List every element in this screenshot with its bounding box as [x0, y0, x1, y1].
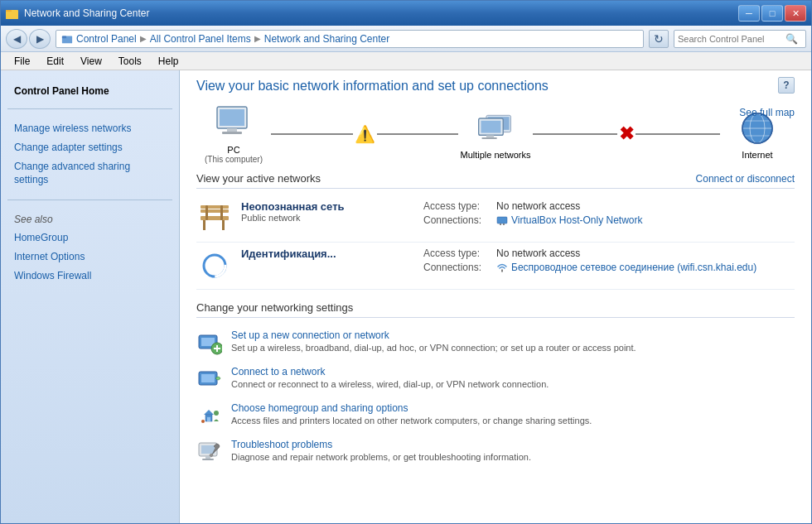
action-link-3[interactable]: Troubleshoot problems — [231, 439, 795, 450]
svg-rect-22 — [203, 220, 205, 230]
network-connections-row-0: Connections: VirtualBox Host-Only Networ… — [423, 214, 795, 226]
network-details-1: Access type: No network access Connectio… — [423, 248, 795, 276]
action-link-1[interactable]: Connect to a network — [231, 366, 795, 377]
sidebar-title: Control Panel Home — [11, 82, 169, 99]
wireless-icon-1 — [496, 262, 508, 273]
svg-rect-14 — [481, 137, 496, 139]
breadcrumb-sep-2: ▶ — [254, 34, 261, 43]
breadcrumb-bar: Control Panel ▶ All Control Panel Items … — [56, 30, 644, 48]
network-access-row-1: Access type: No network access — [423, 248, 795, 259]
main-window: Network and Sharing Center ─ □ ✕ ◀ ▶ Con… — [0, 0, 812, 524]
see-full-map-link[interactable]: See full map — [739, 107, 795, 118]
forward-button[interactable]: ▶ — [29, 29, 51, 49]
active-networks-label: View your active networks — [196, 172, 321, 185]
sidebar-link-windows-firewall[interactable]: Windows Firewall — [11, 267, 169, 286]
search-bar: 🔍 — [674, 30, 806, 48]
action-icon-0 — [196, 329, 223, 356]
nav-buttons: ◀ ▶ — [6, 29, 51, 49]
connect-or-disconnect-link[interactable]: Connect or disconnect — [696, 173, 795, 185]
action-item-0: Set up a new connection or network Set u… — [196, 324, 795, 361]
title-bar-buttons: ─ □ ✕ — [738, 5, 806, 22]
connection-link-0[interactable]: VirtualBox Host-Only Network — [511, 214, 643, 226]
connections-key-0: Connections: — [423, 214, 490, 226]
maximize-button[interactable]: □ — [761, 5, 783, 22]
network-map-items: PC (This computer) ⚠️ — [196, 103, 795, 164]
action-item-2: Choose homegroup and sharing options Acc… — [196, 397, 795, 434]
pc-icon — [214, 103, 254, 143]
change-settings-header: Change your networking settings — [196, 301, 795, 318]
svg-rect-25 — [201, 205, 229, 209]
network-type-0: Public network — [241, 213, 415, 223]
svg-rect-4 — [62, 36, 66, 38]
svg-rect-24 — [201, 209, 229, 213]
network-name-0: Неопознанная сеть — [241, 200, 415, 213]
network-entry-1: Идентификация... Access type: No network… — [196, 243, 795, 290]
refresh-button[interactable]: ↻ — [649, 30, 669, 48]
bench-icon — [197, 201, 232, 236]
action-desc-1: Connect or reconnect to a wireless, wire… — [231, 379, 795, 389]
search-icon[interactable]: 🔍 — [785, 33, 798, 45]
svg-rect-30 — [503, 224, 505, 225]
breadcrumb-sep-1: ▶ — [140, 34, 147, 43]
help-button[interactable]: ? — [778, 77, 795, 94]
breadcrumb-icon — [61, 33, 73, 45]
menu-file[interactable]: File — [7, 54, 36, 69]
x-icon: ✖ — [619, 123, 634, 145]
svg-rect-26 — [205, 205, 208, 220]
network-node-multiple: Multiple networks — [458, 108, 533, 160]
search-input[interactable] — [678, 34, 785, 44]
window-icon — [6, 7, 19, 20]
network-access-row-0: Access type: No network access — [423, 200, 795, 212]
connections-value-container-0: VirtualBox Host-Only Network — [496, 214, 643, 226]
sidebar-link-advanced-sharing[interactable]: Change advanced sharing settings — [11, 157, 169, 190]
connections-key-1: Connections: — [423, 262, 490, 273]
menu-view[interactable]: View — [74, 54, 109, 69]
active-networks-header: View your active networks Connect or dis… — [196, 172, 795, 189]
sidebar-link-homegroup[interactable]: HomeGroup — [11, 228, 169, 248]
action-item-1: Connect to a network Connect or reconnec… — [196, 361, 795, 397]
access-type-key-1: Access type: — [423, 248, 490, 259]
sidebar-section-main: Control Panel Home — [1, 79, 179, 102]
content-panel: ? View your basic network information an… — [180, 70, 811, 523]
sidebar-link-internet-options[interactable]: Internet Options — [11, 248, 169, 267]
sidebar-links-section: Manage wireless networks Change adapter … — [1, 116, 179, 193]
sidebar-link-adapter-settings[interactable]: Change adapter settings — [11, 138, 169, 157]
menu-tools[interactable]: Tools — [112, 54, 148, 69]
sidebar-link-manage-wireless[interactable]: Manage wireless networks — [11, 119, 169, 138]
svg-rect-46 — [201, 445, 215, 454]
menu-help[interactable]: Help — [152, 54, 186, 69]
breadcrumb-item-2[interactable]: All Control Panel Items — [150, 33, 251, 45]
multiple-networks-label: Multiple networks — [461, 150, 531, 160]
connection-link-1[interactable]: Беспроводное сетевое соединение (wifi.cs… — [511, 262, 756, 273]
minimize-button[interactable]: ─ — [738, 5, 760, 22]
title-bar: Network and Sharing Center ─ □ ✕ — [1, 1, 811, 26]
breadcrumb-item-3[interactable]: Network and Sharing Center — [264, 33, 389, 45]
connector-line-2 — [377, 133, 459, 135]
network-icon-identify — [196, 248, 233, 284]
page-title: View your basic network information and … — [196, 79, 795, 94]
address-bar: ◀ ▶ Control Panel ▶ All Control Panel It… — [1, 26, 811, 52]
pc-node-sublabel: (This computer) — [205, 155, 263, 164]
action-desc-2: Access files and printers located on oth… — [231, 416, 795, 425]
action-text-3: Troubleshoot problems Diagnose and repai… — [231, 439, 795, 462]
change-settings-label: Change your networking settings — [196, 301, 353, 314]
sidebar-see-also-section: See also HomeGroup Internet Options Wind… — [1, 207, 179, 288]
svg-rect-21 — [201, 216, 229, 220]
close-button[interactable]: ✕ — [785, 5, 806, 22]
svg-rect-27 — [220, 205, 223, 220]
homegroup-icon — [197, 403, 222, 428]
connector-2: ✖ — [533, 123, 720, 145]
adapter-icon-0 — [496, 214, 508, 226]
action-text-0: Set up a new connection or network Set u… — [231, 329, 795, 353]
menu-edit[interactable]: Edit — [40, 54, 70, 69]
connections-value-container-1: Беспроводное сетевое соединение (wifi.cs… — [496, 262, 756, 273]
network-name-1: Идентификация... — [241, 248, 415, 260]
back-button[interactable]: ◀ — [6, 29, 27, 49]
breadcrumb-item-1[interactable]: Control Panel — [76, 33, 137, 45]
sidebar-divider-2 — [7, 200, 172, 200]
svg-rect-47 — [205, 456, 210, 459]
action-link-2[interactable]: Choose homegroup and sharing options — [231, 402, 795, 414]
multiple-networks-icon — [476, 108, 515, 148]
action-link-0[interactable]: Set up a new connection or network — [231, 329, 795, 341]
network-icon-bench — [196, 200, 233, 237]
